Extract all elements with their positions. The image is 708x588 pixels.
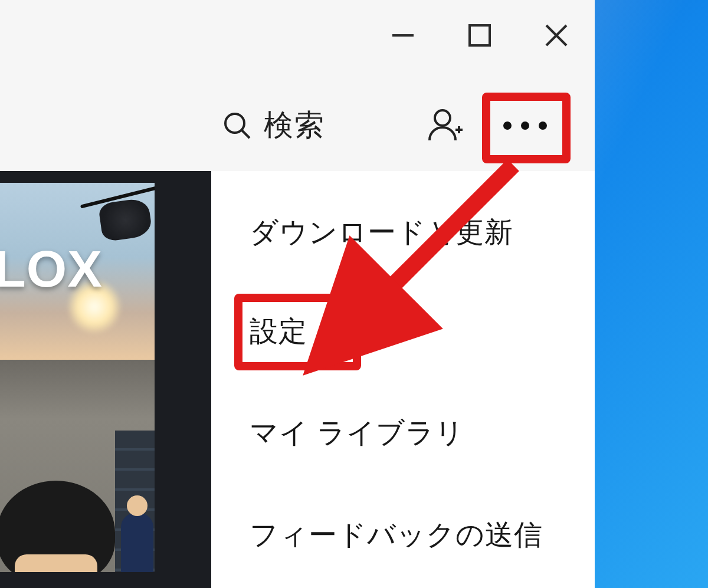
account-button[interactable] (416, 91, 475, 159)
close-icon (542, 21, 571, 50)
search-button[interactable]: 検索 (221, 91, 325, 159)
tile-figure-face (15, 554, 97, 572)
tile-figure-back (121, 513, 153, 572)
more-menu: ダウンロードと更新 設定 マイ ライブラリ フィードバックの送信 (211, 171, 595, 588)
more-button[interactable] (490, 96, 560, 155)
svg-point-6 (435, 110, 450, 126)
svg-line-5 (242, 130, 250, 138)
svg-point-9 (503, 121, 512, 130)
minimize-button[interactable] (365, 0, 441, 71)
maximize-button[interactable] (441, 0, 518, 71)
svg-point-4 (225, 114, 244, 133)
person-add-icon (426, 106, 465, 145)
svg-rect-1 (470, 25, 490, 45)
search-label: 検索 (264, 106, 325, 145)
minimize-icon (389, 21, 417, 50)
menu-item-settings[interactable]: 設定 (250, 313, 307, 350)
app-window: 検索 (0, 0, 595, 588)
menu-item-feedback[interactable]: フィードバックの送信 (250, 516, 543, 554)
titlebar (0, 0, 595, 71)
menu-item-library[interactable]: マイ ライブラリ (250, 414, 464, 452)
menu-item-downloads[interactable]: ダウンロードと更新 (250, 213, 513, 251)
close-button[interactable] (518, 0, 595, 71)
tile-logo-text: LOX (0, 239, 103, 299)
toolbar: 検索 (0, 91, 595, 159)
more-horizontal-icon (499, 117, 552, 134)
desktop-background: 検索 (0, 0, 708, 588)
svg-point-11 (539, 121, 547, 130)
maximize-icon (466, 22, 493, 49)
game-tile[interactable]: LOX (0, 183, 155, 572)
search-icon (221, 110, 253, 142)
svg-point-10 (521, 121, 529, 130)
